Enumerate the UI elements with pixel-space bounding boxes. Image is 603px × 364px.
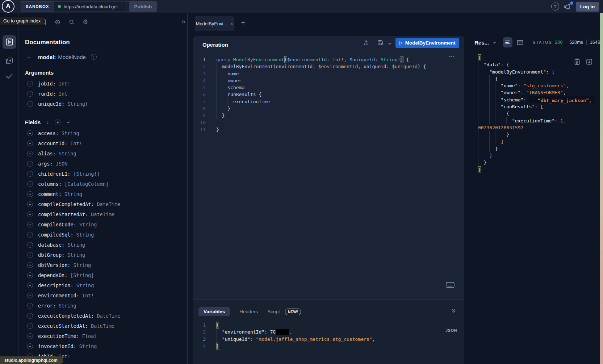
field-type[interactable]: String bbox=[73, 262, 91, 268]
add-all-fields-button[interactable]: + bbox=[91, 54, 97, 60]
field-name[interactable]: compileStartedAt: bbox=[38, 212, 88, 217]
field-name[interactable]: compiledSql: bbox=[38, 232, 74, 238]
add-field-button[interactable]: + bbox=[27, 293, 33, 298]
field-type[interactable]: String bbox=[67, 252, 85, 258]
field-type[interactable]: DateTime bbox=[97, 201, 120, 207]
tab-script[interactable]: Script bbox=[267, 309, 280, 314]
add-argument-button[interactable]: + bbox=[27, 81, 33, 87]
graphql-editor[interactable]: 1query ModelByEnvironment($environmentId… bbox=[193, 53, 464, 300]
field-name[interactable]: executeStartedAt: bbox=[38, 323, 88, 329]
add-argument-button[interactable]: + bbox=[27, 91, 33, 97]
add-field-button[interactable]: + bbox=[27, 161, 33, 167]
add-field-button[interactable]: + bbox=[27, 212, 33, 217]
field-type[interactable]: DateTime bbox=[97, 313, 120, 319]
add-field-button[interactable]: + bbox=[27, 283, 33, 288]
field-name[interactable]: comment: bbox=[38, 191, 62, 197]
breadcrumb-type-link[interactable]: ModelNode bbox=[58, 54, 86, 60]
share-button[interactable] bbox=[363, 39, 370, 47]
argument-name[interactable]: jobId: bbox=[38, 81, 56, 87]
field-name[interactable]: childrenL1: bbox=[38, 171, 70, 177]
add-field-button[interactable]: + bbox=[27, 130, 33, 136]
publish-button[interactable]: Publish bbox=[129, 1, 157, 12]
login-button[interactable]: Log in bbox=[576, 2, 599, 12]
tab-variables[interactable]: Variables bbox=[198, 307, 230, 316]
keyboard-shortcuts-button[interactable] bbox=[446, 282, 455, 288]
argument-type[interactable]: String! bbox=[67, 101, 88, 107]
response-json[interactable]: {"data": {"modelByEnvironment": [{"name"… bbox=[464, 53, 600, 364]
add-field-button[interactable]: + bbox=[27, 232, 33, 238]
endpoint-url-field[interactable]: https://metadata.cloud.get bbox=[54, 1, 126, 12]
save-button[interactable] bbox=[377, 39, 384, 47]
new-tab-button[interactable]: + bbox=[238, 18, 248, 28]
sandbox-badge[interactable]: SANDBOX bbox=[21, 1, 54, 12]
checks-nav-button[interactable] bbox=[3, 69, 16, 83]
add-field-button[interactable]: + bbox=[27, 151, 33, 156]
argument-name[interactable]: uniqueId: bbox=[38, 101, 64, 107]
json-view-toggle[interactable] bbox=[503, 37, 512, 47]
add-field-button[interactable]: + bbox=[27, 191, 33, 197]
add-field-button[interactable]: + bbox=[27, 303, 33, 309]
add-field-button[interactable]: + bbox=[27, 333, 33, 339]
add-field-button[interactable]: + bbox=[27, 171, 33, 177]
save-options-chevron-icon[interactable] bbox=[388, 41, 392, 46]
field-name[interactable]: description: bbox=[38, 283, 74, 288]
table-view-toggle[interactable] bbox=[515, 37, 525, 47]
field-type[interactable]: DateTime bbox=[91, 212, 114, 217]
field-name[interactable]: alias: bbox=[38, 151, 56, 156]
field-name[interactable]: executionTime: bbox=[38, 333, 79, 339]
apollo-logo[interactable]: A bbox=[2, 0, 14, 13]
field-type[interactable]: String bbox=[79, 343, 97, 349]
collapse-sidebar-button[interactable]: « bbox=[182, 17, 186, 25]
add-fields-button[interactable]: + bbox=[55, 120, 60, 125]
add-field-button[interactable]: + bbox=[27, 201, 33, 207]
add-field-button[interactable]: + bbox=[27, 262, 33, 268]
chevron-down-icon[interactable] bbox=[66, 120, 70, 124]
field-name[interactable]: accountId: bbox=[38, 141, 67, 146]
back-arrow-icon[interactable]: ← bbox=[19, 53, 38, 60]
field-type[interactable]: String bbox=[62, 130, 79, 136]
close-tab-icon[interactable]: × bbox=[230, 21, 233, 27]
add-field-button[interactable]: + bbox=[27, 242, 33, 248]
field-name[interactable]: executeCompletedAt: bbox=[38, 313, 94, 319]
add-field-button[interactable]: + bbox=[27, 272, 33, 278]
response-dropdown-chevron-icon[interactable] bbox=[493, 40, 497, 45]
collapse-variables-button[interactable] bbox=[451, 308, 457, 314]
field-type[interactable]: DateTime bbox=[91, 323, 114, 329]
field-type[interactable]: String bbox=[67, 242, 85, 248]
add-field-button[interactable]: + bbox=[27, 222, 33, 227]
field-type[interactable]: String bbox=[76, 232, 94, 238]
schema-nav-button[interactable] bbox=[3, 54, 16, 68]
argument-type[interactable]: Int bbox=[59, 91, 67, 97]
field-type[interactable]: JSON bbox=[56, 161, 68, 167]
field-type[interactable]: Int! bbox=[82, 293, 94, 298]
field-name[interactable]: access: bbox=[38, 130, 59, 136]
explorer-nav-button[interactable] bbox=[3, 35, 16, 49]
add-field-button[interactable]: + bbox=[27, 141, 33, 146]
help-button[interactable]: ? bbox=[551, 3, 559, 11]
field-type[interactable]: Int! bbox=[70, 141, 82, 146]
add-field-button[interactable]: + bbox=[27, 181, 33, 187]
field-name[interactable]: environmentId: bbox=[38, 293, 79, 298]
field-name[interactable]: error: bbox=[38, 303, 56, 309]
field-name[interactable]: dependsOn: bbox=[38, 272, 67, 278]
add-field-button[interactable]: + bbox=[27, 323, 33, 329]
field-name[interactable]: compiledCode: bbox=[38, 222, 76, 227]
tab-headers[interactable]: Headers bbox=[239, 309, 258, 314]
sort-icon[interactable]: ↓ bbox=[46, 120, 49, 125]
field-name[interactable]: database: bbox=[38, 242, 64, 248]
field-type[interactable]: [CatalogColumn] bbox=[64, 181, 109, 187]
field-type[interactable]: Float bbox=[82, 333, 97, 339]
field-type[interactable]: String bbox=[59, 303, 76, 309]
tab-modelbyenvironment[interactable]: ModelByEnvi... × bbox=[195, 16, 234, 31]
field-name[interactable]: columns: bbox=[38, 181, 62, 187]
add-argument-button[interactable]: + bbox=[27, 101, 33, 107]
add-field-button[interactable]: + bbox=[27, 252, 33, 258]
argument-name[interactable]: runId: bbox=[38, 91, 56, 97]
history-button[interactable] bbox=[54, 19, 61, 25]
field-name[interactable]: invocationId: bbox=[38, 343, 76, 349]
field-type[interactable]: String bbox=[64, 191, 82, 197]
run-operation-button[interactable]: ▷ ModelByEnvironment bbox=[395, 38, 459, 48]
add-field-button[interactable]: + bbox=[27, 313, 33, 319]
settings-button[interactable]: ⚙ bbox=[83, 18, 89, 25]
argument-type[interactable]: Int! bbox=[59, 81, 71, 87]
